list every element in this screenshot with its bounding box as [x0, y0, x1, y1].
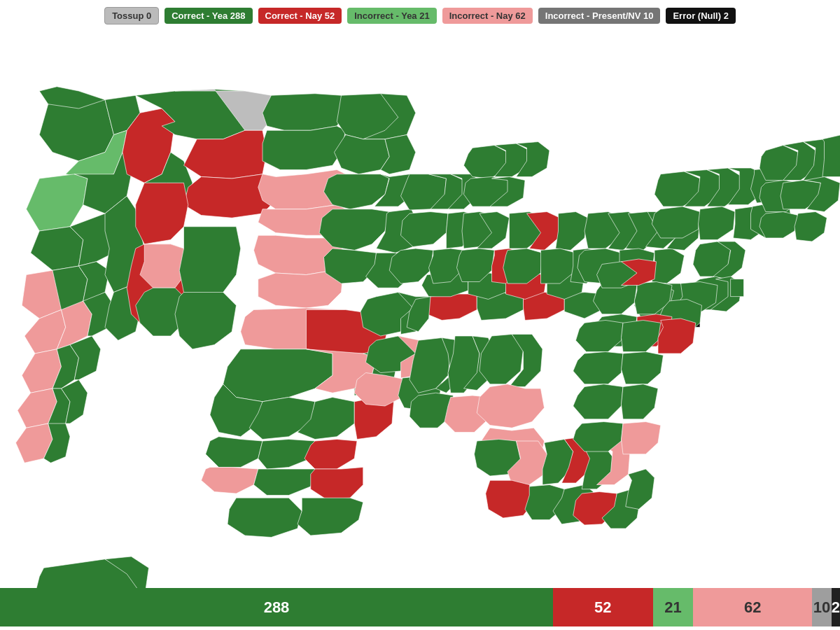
- legend-item-incorrect-yea: Incorrect - Yea 21: [347, 8, 436, 24]
- congressional-map: [0, 31, 840, 588]
- svg-marker-38: [262, 126, 346, 170]
- legend-item-error-null: Error (Null) 2: [666, 8, 735, 24]
- svg-marker-37: [262, 94, 346, 131]
- legend-item-correct-yea: Correct - Yea 288: [164, 8, 252, 24]
- legend-item-tossup: Tossup 0: [104, 7, 159, 24]
- bar-incorrect-yea: 21: [653, 588, 694, 626]
- legend-item-correct-nay: Correct - Nay 52: [258, 8, 342, 24]
- svg-marker-62: [335, 135, 390, 174]
- bar-correct-nay: 52: [553, 588, 653, 626]
- legend-bar: Tossup 0Correct - Yea 288Correct - Nay 5…: [0, 0, 840, 31]
- svg-marker-173: [822, 135, 840, 177]
- bar-correct-yea: 288: [0, 588, 553, 626]
- us-map-container: [0, 31, 840, 588]
- vote-summary-bar: 288522162102: [0, 588, 840, 626]
- bar-incorrect-nay: 62: [693, 588, 812, 626]
- svg-rect-186: [731, 279, 744, 297]
- legend-item-incorrect-present: Incorrect - Present/NV 10: [538, 8, 661, 24]
- legend-item-incorrect-nay: Incorrect - Nay 62: [442, 8, 533, 24]
- bar-error: 2: [832, 588, 840, 626]
- bar-incorrect-present: 10: [812, 588, 831, 626]
